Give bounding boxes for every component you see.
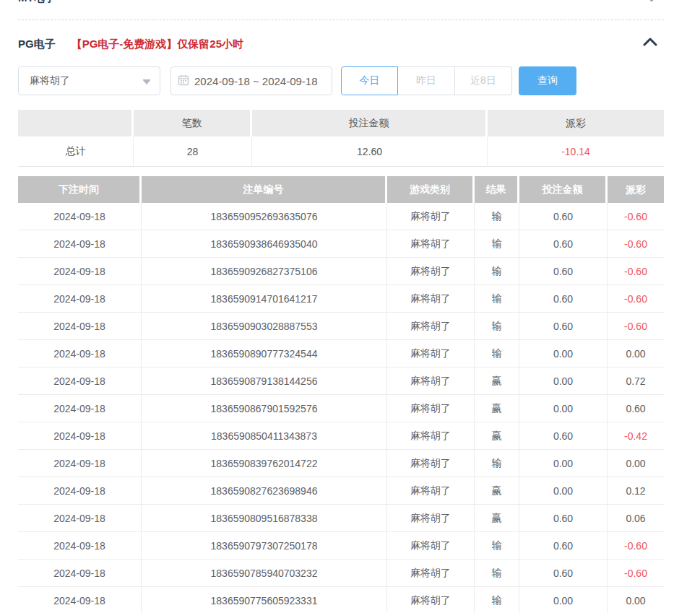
bet-amount: 0.60 [519, 313, 608, 340]
order-id: 1836590952693635076 [142, 203, 387, 230]
game-type: 麻将胡了 [387, 313, 475, 340]
quick-date-button[interactable]: 昨日 [398, 66, 455, 95]
calendar-icon [178, 74, 189, 88]
order-id: 1836590797307250178 [142, 532, 387, 560]
game-select-value: 麻将胡了 [30, 74, 70, 87]
payout: -0.60 [608, 230, 664, 258]
table-row: 2024-09-181836590879138144256麻将胡了赢0.000.… [18, 368, 664, 395]
game-type: 麻将胡了 [387, 477, 475, 505]
table-row: 2024-09-181836590827623698946麻将胡了赢0.000.… [18, 477, 664, 505]
table-column-header: 下注时间 [18, 176, 142, 203]
bet-date: 2024-09-18 [18, 532, 142, 560]
table-row: 2024-09-181836590867901592576麻将胡了赢0.000.… [18, 395, 664, 422]
query-button[interactable]: 查询 [519, 66, 576, 95]
payout: -0.60 [608, 560, 664, 587]
order-id: 1836590839762014722 [142, 450, 387, 477]
result: 输 [475, 532, 519, 560]
order-id: 1836590926827375106 [142, 258, 387, 285]
payout: 0.00 [608, 340, 664, 368]
bet-amount: 0.00 [519, 477, 608, 505]
table-row: 2024-09-181836590850411343873麻将胡了赢0.60-0… [18, 422, 664, 450]
bet-date: 2024-09-18 [18, 560, 142, 587]
result: 输 [475, 313, 519, 340]
bet-amount: 0.60 [519, 505, 608, 532]
order-id: 1836590914701641217 [142, 285, 387, 313]
order-id: 1836590775605923331 [142, 587, 387, 613]
result: 输 [475, 450, 519, 477]
bet-date: 2024-09-18 [18, 203, 142, 230]
bet-amount: 0.60 [519, 230, 608, 258]
summary-column-header: 笔数 [134, 110, 252, 136]
result: 输 [475, 587, 519, 613]
game-type: 麻将胡了 [387, 450, 475, 477]
table-row: 2024-09-181836590890777324544麻将胡了输0.000.… [18, 340, 664, 368]
table-row: 2024-09-181836590775605923331麻将胡了输0.000.… [18, 587, 664, 613]
order-id: 1836590850411343873 [142, 422, 387, 450]
bet-amount: 0.60 [519, 258, 608, 285]
summary-payout: -10.14 [488, 136, 664, 167]
summary-column-header: 派彩 [488, 110, 664, 136]
bet-date: 2024-09-18 [18, 422, 142, 450]
payout: 0.60 [608, 395, 664, 422]
previous-section-row: MT电子 [18, 0, 664, 20]
bet-amount: 0.00 [519, 340, 608, 368]
game-select[interactable]: 麻将胡了 [18, 66, 160, 95]
section-notice: 【PG电子-免费游戏】仅保留25小时 [72, 38, 243, 51]
section-title: PG电子 [18, 38, 56, 51]
table-row: 2024-09-181836590797307250178麻将胡了输0.60-0… [18, 532, 664, 560]
order-id: 1836590785940703232 [142, 560, 387, 587]
order-id: 1836590890777324544 [142, 340, 387, 368]
quick-date-button[interactable]: 今日 [341, 66, 398, 95]
payout: -0.60 [608, 532, 664, 560]
order-id: 1836590827623698946 [142, 477, 387, 505]
game-type: 麻将胡了 [387, 230, 475, 258]
bet-amount: 0.60 [519, 422, 608, 450]
result: 输 [475, 560, 519, 587]
bet-date: 2024-09-18 [18, 505, 142, 532]
bet-date: 2024-09-18 [18, 258, 142, 285]
bet-amount: 0.00 [519, 395, 608, 422]
summary-bet-amount: 12.60 [252, 136, 488, 167]
section-divider [18, 19, 664, 20]
payout: -0.42 [608, 422, 664, 450]
table-column-header: 游戏类别 [387, 176, 475, 203]
result: 输 [475, 340, 519, 368]
game-type: 麻将胡了 [387, 587, 475, 613]
result: 赢 [475, 395, 519, 422]
order-id: 1836590867901592576 [142, 395, 387, 422]
summary-count: 28 [134, 136, 252, 167]
summary-table: 笔数投注金额派彩 总计 28 12.60 -10.14 [18, 110, 664, 167]
bet-date: 2024-09-18 [18, 340, 142, 368]
table-row: 2024-09-181836590839762014722麻将胡了输0.000.… [18, 450, 664, 477]
bet-amount: 0.00 [519, 368, 608, 395]
table-column-header: 派彩 [608, 176, 664, 203]
summary-column-header: 投注金额 [252, 110, 488, 136]
payout: -0.60 [608, 203, 664, 230]
payout: -0.60 [608, 285, 664, 313]
previous-section-title: MT电子 [18, 0, 56, 5]
bet-date: 2024-09-18 [18, 395, 142, 422]
chevron-up-icon[interactable] [642, 36, 658, 51]
table-row: 2024-09-181836590785940703232麻将胡了输0.60-0… [18, 560, 664, 587]
payout: -0.60 [608, 313, 664, 340]
result: 输 [475, 230, 519, 258]
game-type: 麻将胡了 [387, 505, 475, 532]
game-type: 麻将胡了 [387, 285, 475, 313]
summary-column-header [18, 110, 134, 136]
bet-amount: 0.60 [519, 532, 608, 560]
bet-date: 2024-09-18 [18, 230, 142, 258]
bet-date: 2024-09-18 [18, 313, 142, 340]
date-range-input[interactable]: 2024-09-18 ~ 2024-09-18 [170, 66, 332, 95]
result: 赢 [475, 422, 519, 450]
bet-date: 2024-09-18 [18, 450, 142, 477]
order-id: 1836590903028887553 [142, 313, 387, 340]
summary-total-row: 总计 28 12.60 -10.14 [18, 136, 664, 167]
chevron-down-icon[interactable] [645, 0, 658, 7]
summary-total-label: 总计 [18, 136, 134, 167]
payout: 0.00 [608, 587, 664, 613]
result: 赢 [475, 477, 519, 505]
result: 赢 [475, 505, 519, 532]
bet-amount: 0.00 [519, 587, 608, 613]
quick-date-button[interactable]: 近8日 [455, 66, 512, 95]
order-id: 1836590879138144256 [142, 368, 387, 395]
